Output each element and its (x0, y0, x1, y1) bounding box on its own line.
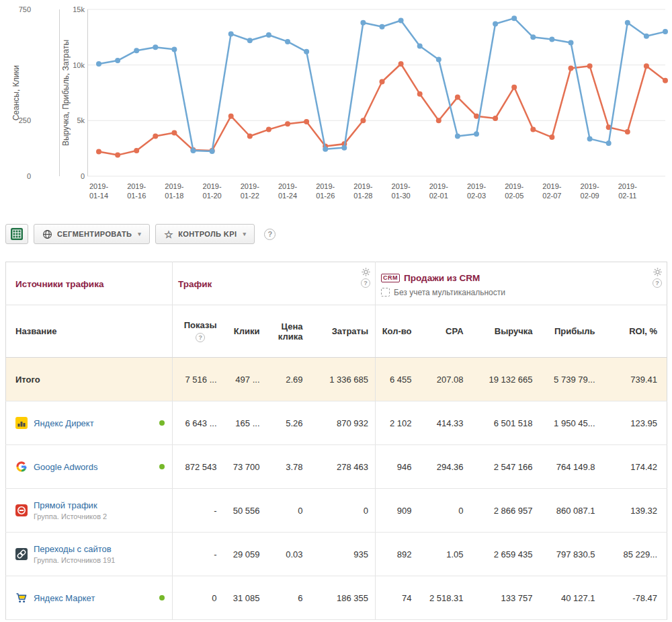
chevron-down-icon: ▾ (138, 231, 141, 237)
status-dot (159, 420, 165, 426)
data-point (285, 121, 290, 126)
help-icon[interactable]: ? (264, 229, 276, 240)
series-line (99, 64, 665, 155)
value-cell: 2 547 166 (470, 445, 540, 489)
data-point (171, 47, 177, 52)
data-point (247, 38, 253, 43)
col-cpc: Цена клика (267, 305, 310, 358)
value-cell: 0 (173, 576, 224, 620)
x-axis-label: 01-24 (278, 192, 297, 200)
x-axis-label: 02-09 (581, 192, 599, 200)
data-point (436, 118, 442, 123)
excel-icon (11, 228, 23, 240)
data-point (644, 63, 649, 69)
x-axis-label: 2019- (165, 182, 183, 190)
data-point (153, 44, 158, 50)
col-count: Кол-во (376, 305, 419, 358)
col-clicks: Клики (224, 305, 267, 358)
export-excel-button[interactable] (5, 224, 28, 244)
data-point (417, 44, 423, 49)
segment-button-label: СЕГМЕНТИРОВАТЬ (57, 230, 132, 238)
value-cell: 0 (419, 489, 470, 533)
source-link[interactable]: Прямой трафик (34, 500, 97, 510)
value-cell: 2 518.31 (419, 576, 470, 620)
data-point (606, 141, 612, 146)
x-axis-label: 02-11 (618, 192, 636, 200)
source-row: Яндекс Маркет031 0856186 355742 518.3113… (6, 576, 667, 620)
x-axis-label: 2019- (618, 182, 637, 190)
value-cell: 2 659 435 (470, 533, 540, 576)
right-axis-title: Выручка, Прибыль, Затраты (61, 40, 71, 146)
globe-icon (42, 229, 52, 239)
data-point (380, 24, 385, 30)
value-cell: 0 (310, 489, 376, 533)
crm-subtitle: Без учета мультиканальности (394, 288, 505, 297)
value-cell: 739.41 (602, 358, 667, 401)
data-point (191, 148, 196, 153)
x-axis-label: 01-16 (127, 192, 146, 200)
multichannel-toggle-icon[interactable] (381, 288, 390, 297)
value-cell: 2.69 (267, 358, 310, 401)
segment-button[interactable]: СЕГМЕНТИРОВАТЬ ▾ (34, 224, 150, 244)
value-cell: 40 127.1 (540, 576, 602, 620)
section-title: Трафик (178, 279, 212, 289)
source-link[interactable]: Яндекс Маркет (34, 593, 95, 603)
source-row: Переходы с сайтовГруппа. Источников 191-… (6, 533, 667, 576)
kpi-control-button[interactable]: ☆ КОНТРОЛЬ KPI ▾ (155, 224, 255, 244)
total-row: Итого7 516 ...497 ...2.691 336 6856 4552… (6, 358, 667, 401)
col-profit: Прибыль (540, 305, 602, 358)
source-link[interactable]: Google Adwords (34, 462, 97, 472)
x-axis-label: 2019- (353, 182, 372, 190)
help-icon[interactable]: ? (361, 278, 370, 288)
value-cell: 6 643 ... (173, 401, 224, 445)
value-cell: 294.36 (419, 445, 470, 489)
gear-icon[interactable] (361, 267, 370, 276)
right-axis-tick: 0 (81, 172, 85, 180)
value-cell: 74 (376, 576, 419, 620)
value-cell: 7 516 ... (173, 358, 224, 401)
value-cell: 935 (310, 533, 376, 576)
data-point (417, 91, 423, 97)
x-axis-label: 02-03 (467, 192, 486, 200)
help-icon[interactable]: ? (196, 333, 205, 342)
data-point (625, 20, 630, 26)
data-point (625, 129, 630, 134)
value-cell: 2 102 (376, 401, 419, 445)
value-cell: 892 (376, 533, 419, 576)
value-cell: 123.95 (602, 401, 667, 445)
value-cell: 19 132 665 (470, 358, 540, 401)
section-traffic-sources: Источники трафика (6, 262, 173, 305)
data-point (285, 39, 290, 44)
crm-logo: CRM (381, 274, 400, 282)
source-row: Прямой трафикГруппа. Источников 2-50 556… (6, 489, 667, 533)
x-axis-label: 2019- (392, 182, 411, 190)
data-point (96, 149, 101, 155)
status-dot (159, 464, 165, 469)
value-cell: 50 556 (224, 489, 267, 533)
chart-canvas[interactable]: 750250015k10k5k0Сеансы, КликиВыручка, Пр… (0, 0, 672, 206)
gear-icon[interactable] (653, 267, 662, 276)
performance-chart: 750250015k10k5k0Сеансы, КликиВыручка, Пр… (0, 0, 672, 206)
col-costs: Затраты (310, 305, 376, 358)
section-traffic: Трафик ? (173, 262, 376, 305)
value-cell: - (173, 489, 224, 533)
x-axis-label: 2019- (316, 182, 335, 190)
x-axis-label: 02-05 (505, 192, 523, 200)
help-icon[interactable]: ? (653, 278, 662, 288)
x-axis-label: 01-22 (241, 192, 259, 200)
data-point (380, 79, 385, 85)
data-point (134, 48, 139, 53)
value-cell: 6 501 518 (470, 401, 540, 445)
x-axis-label: 2019- (581, 182, 599, 190)
source-group-label: Группа. Источников 191 (34, 556, 115, 564)
col-revenue: Выручка (470, 305, 540, 358)
x-axis-label: 01-28 (353, 192, 372, 200)
x-axis-label: 02-01 (429, 192, 448, 200)
source-link[interactable]: Яндекс Директ (34, 418, 94, 428)
x-axis-label: 2019- (203, 182, 222, 190)
source-link[interactable]: Переходы с сайтов (34, 544, 112, 554)
data-point (587, 136, 593, 141)
value-cell: 85 229... (602, 533, 667, 576)
value-cell: 909 (376, 489, 419, 533)
series-line (99, 18, 665, 151)
